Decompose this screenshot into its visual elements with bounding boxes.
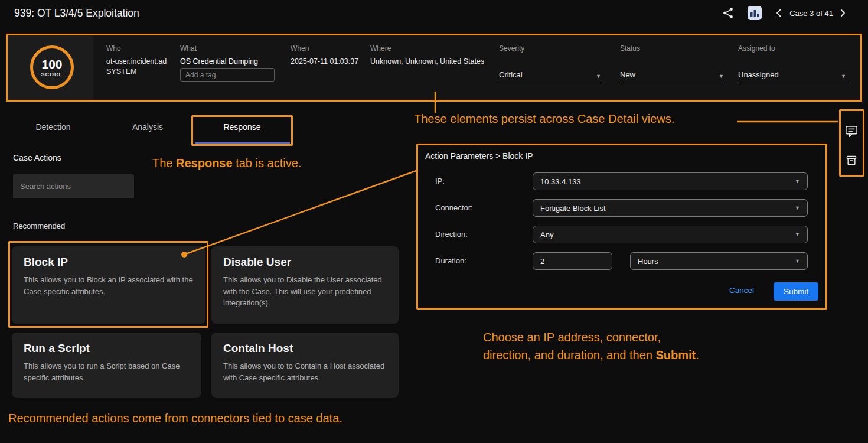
chevron-down-icon: ▼ bbox=[795, 259, 800, 264]
recommended-section-label: Recommended bbox=[13, 222, 65, 230]
who-user: ot-user.incident.ad bbox=[106, 57, 167, 66]
case-summary-panel: 100 SCORE Who ot-user.incident.ad SYSTEM… bbox=[6, 34, 862, 102]
tab-response[interactable]: Response bbox=[204, 122, 280, 132]
when-label: When bbox=[291, 44, 309, 53]
card-title: Block IP bbox=[24, 256, 194, 269]
assigned-to-select[interactable]: Unassigned ▼ bbox=[738, 64, 846, 83]
ip-select[interactable]: 10.33.4.133 ▼ bbox=[533, 172, 808, 190]
share-icon[interactable] bbox=[722, 6, 735, 22]
card-description: This allows you to to Contain a Host ass… bbox=[223, 360, 387, 383]
assigned-to-value: Unassigned bbox=[738, 70, 779, 79]
chevron-down-icon: ▼ bbox=[596, 74, 601, 79]
annotation-persist-text: These elements persist across Case Detai… bbox=[414, 112, 674, 125]
annotation-bold-text: Response bbox=[176, 157, 233, 170]
severity-value: Critical bbox=[499, 70, 523, 79]
search-actions-input[interactable] bbox=[13, 174, 134, 198]
submit-button[interactable]: Submit bbox=[774, 282, 818, 301]
duration-unit-select[interactable]: Hours ▼ bbox=[630, 252, 808, 270]
status-label: Status bbox=[620, 44, 640, 53]
connector-field-label: Connector: bbox=[435, 203, 473, 212]
breadcrumb: Action Parameters > Block IP bbox=[425, 151, 533, 161]
when-value: 2025-07-11 01:03:37 bbox=[291, 57, 358, 66]
page-title: 939: OT L3/4/5 Exploitation bbox=[14, 7, 139, 19]
assigned-to-label: Assigned to bbox=[738, 44, 775, 53]
analytics-icon[interactable] bbox=[748, 6, 762, 22]
annotation-text: tab is active. bbox=[233, 157, 302, 170]
action-card-run-script[interactable]: Run a Script This allows you to run a Sc… bbox=[12, 333, 201, 398]
annotation-text: . bbox=[696, 348, 699, 361]
risk-score-gauge: 100 SCORE bbox=[30, 45, 74, 89]
case-pagination-label: Case 3 of 41 bbox=[789, 9, 834, 18]
duration-value-input[interactable] bbox=[533, 252, 612, 270]
annotation-footer: Recommended actions come from connectors… bbox=[8, 412, 342, 425]
tab-analysis[interactable]: Analysis bbox=[118, 122, 177, 132]
who-system: SYSTEM bbox=[106, 67, 136, 76]
archive-icon[interactable] bbox=[846, 154, 857, 170]
duration-unit-value: Hours bbox=[638, 257, 658, 266]
annotation-text: The bbox=[152, 157, 176, 170]
annotation-choose: Choose an IP address, connector, directi… bbox=[483, 328, 699, 364]
card-title: Contain Host bbox=[223, 342, 387, 355]
comment-icon[interactable] bbox=[845, 125, 858, 141]
action-card-block-ip[interactable]: Block IP This allows you to Block an IP … bbox=[12, 246, 205, 324]
score-value: 100 bbox=[41, 58, 62, 70]
add-tag-input[interactable] bbox=[180, 68, 275, 82]
case-detail-page: 939: OT L3/4/5 Exploitation Case 3 of 41… bbox=[0, 0, 868, 443]
case-actions-title: Case Actions bbox=[13, 153, 61, 162]
chevron-right-icon[interactable] bbox=[837, 8, 848, 21]
severity-label: Severity bbox=[499, 44, 524, 53]
annotation-persist: These elements persist across Case Detai… bbox=[414, 112, 674, 126]
where-label: Where bbox=[370, 44, 391, 53]
score-label: SCORE bbox=[41, 71, 63, 77]
action-parameters-panel: Action Parameters > Block IP IP: 10.33.4… bbox=[416, 144, 827, 310]
chevron-down-icon: ▼ bbox=[795, 206, 800, 211]
action-card-disable-user[interactable]: Disable User This allows you to Disable … bbox=[211, 246, 399, 324]
severity-select[interactable]: Critical ▼ bbox=[499, 64, 601, 83]
ip-field-label: IP: bbox=[435, 177, 445, 185]
connector-select[interactable]: Fortigate Block List ▼ bbox=[533, 199, 808, 217]
card-description: This allows you to run a Script based on… bbox=[24, 360, 190, 383]
chevron-left-icon[interactable] bbox=[774, 8, 784, 21]
annotation-text: direction, and duration, and then bbox=[483, 348, 655, 361]
where-value: Unknown, Unknown, United States bbox=[370, 57, 484, 66]
active-tab-underline bbox=[195, 142, 290, 144]
what-label: What bbox=[180, 44, 197, 53]
annotation-footer-text: Recommended actions come from connectors… bbox=[8, 412, 342, 425]
case-title-text: 939: OT L3/4/5 Exploitation bbox=[14, 7, 139, 19]
direction-value: Any bbox=[540, 230, 553, 239]
who-label: Who bbox=[106, 44, 121, 53]
annotation-response-tab: The Response tab is active. bbox=[152, 157, 301, 170]
chevron-down-icon: ▼ bbox=[719, 74, 724, 79]
annotation-bold-text: Submit bbox=[655, 348, 696, 361]
what-value: OS Credential Dumping bbox=[180, 57, 258, 66]
card-description: This allows you to Disable the User asso… bbox=[223, 274, 387, 309]
ip-value: 10.33.4.133 bbox=[540, 177, 581, 186]
card-description: This allows you to Block an IP associate… bbox=[24, 274, 194, 297]
chevron-down-icon: ▼ bbox=[841, 74, 846, 79]
status-select[interactable]: New ▼ bbox=[620, 64, 724, 83]
connector-value: Fortigate Block List bbox=[540, 204, 606, 213]
status-value: New bbox=[620, 70, 635, 79]
direction-select[interactable]: Any ▼ bbox=[533, 226, 808, 243]
card-title: Run a Script bbox=[24, 342, 190, 355]
chevron-down-icon: ▼ bbox=[795, 179, 800, 184]
action-card-contain-host[interactable]: Contain Host This allows you to to Conta… bbox=[211, 333, 399, 398]
chevron-down-icon: ▼ bbox=[795, 232, 800, 237]
annotation-text: Choose an IP address, connector, bbox=[483, 331, 661, 344]
card-title: Disable User bbox=[223, 256, 387, 269]
duration-field-label: Duration: bbox=[435, 256, 466, 265]
cancel-button[interactable]: Cancel bbox=[729, 286, 754, 295]
direction-field-label: Direction: bbox=[435, 230, 468, 239]
score-cell: 100 SCORE bbox=[8, 35, 93, 100]
tab-detection[interactable]: Detection bbox=[24, 122, 83, 132]
